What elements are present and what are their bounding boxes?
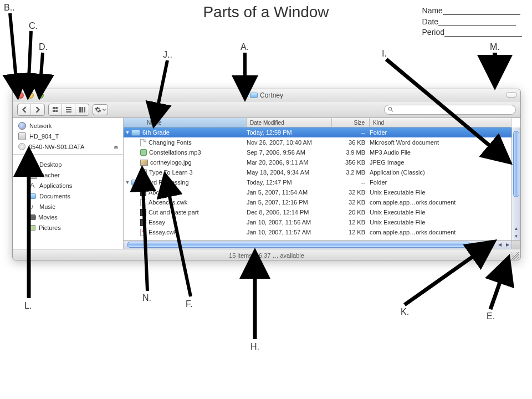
scroll-right-arrow[interactable]: ▶ (504, 241, 511, 249)
callout-K: K. (401, 307, 409, 317)
file-name: Abcences (149, 189, 175, 196)
file-size: 356 KB (332, 159, 370, 166)
horizontal-scrollbar[interactable]: ◀ ▶ (124, 240, 511, 249)
sidebar-item-applications[interactable]: AApplications (13, 180, 123, 191)
table-row[interactable]: Essay.cwkJan 10, 2007, 11:57 AM12 KBcom.… (124, 227, 511, 237)
img-icon (140, 160, 148, 166)
movie-icon (28, 214, 35, 220)
scroll-down-arrow[interactable]: ▼ (512, 232, 520, 240)
col-date-header[interactable]: Date Modified (247, 118, 332, 127)
v-scroll-thumb[interactable] (513, 131, 519, 197)
home-icon (28, 171, 36, 179)
search-field[interactable] (384, 105, 516, 115)
exec-icon (140, 189, 146, 196)
sidebar-item-pictures[interactable]: Pictures (13, 222, 123, 233)
callout-B: B.. (4, 3, 15, 13)
forward-button[interactable] (31, 104, 44, 115)
svg-line-4 (40, 53, 43, 90)
icon-view-button[interactable] (49, 104, 62, 115)
eject-icon[interactable]: ⏏ (114, 144, 119, 150)
table-row[interactable]: Constellations.mp3Sep 7, 2006, 9:56 AM3.… (124, 147, 511, 157)
callout-J: J.. (163, 50, 172, 60)
search-input[interactable] (396, 106, 515, 114)
column-view-button[interactable] (75, 104, 89, 115)
sidebar-item-hd-904-t[interactable]: HD_904_T (13, 131, 123, 141)
table-row[interactable]: Changing FontsNov 26, 2007, 10:40 AM36 K… (124, 137, 511, 147)
disk-icon (18, 132, 26, 140)
nav-buttons (17, 104, 45, 116)
file-size: -- (332, 179, 370, 186)
apps-icon: A (28, 182, 36, 190)
sidebar-item-documents[interactable]: Documents (13, 191, 123, 201)
file-date: Today, 12:59 PM (247, 129, 332, 136)
file-date: Nov 26, 2007, 10:40 AM (247, 139, 332, 146)
callout-A: A. (241, 42, 249, 52)
search-icon (388, 106, 393, 112)
file-kind: com.apple.app…orks.document (370, 199, 511, 206)
worksheet-header: Name Date Period (422, 6, 522, 38)
file-kind: Application (Classic) (370, 169, 511, 176)
sidebar-item-network[interactable]: Network (13, 120, 123, 131)
cwk-icon (140, 229, 146, 236)
sidebar-item-teacher[interactable]: teacher (13, 170, 123, 180)
file-name: Abcences.cwk (149, 199, 187, 206)
table-row[interactable]: cortneylogo.jpgMar 20, 2006, 9:11 AM356 … (124, 157, 511, 167)
date-label: Date (422, 17, 439, 26)
table-row[interactable]: Cut and paste partDec 8, 2006, 12:14 PM2… (124, 207, 511, 217)
callout-F: F. (186, 299, 192, 309)
col-size-header[interactable]: Size (332, 118, 370, 127)
sidebar-item-desktop[interactable]: Desktop (13, 159, 123, 170)
back-button[interactable] (18, 104, 31, 115)
table-row[interactable]: Abcences.cwkJan 5, 2007, 12:16 PM32 KBco… (124, 197, 511, 207)
pic-icon (28, 225, 35, 231)
file-date: May 18, 2004, 9:34 AM (247, 169, 332, 176)
sidebar-item-music[interactable]: ♪Music (13, 201, 123, 212)
sidebar-item-label: teacher (39, 172, 60, 178)
titlebar[interactable]: Cortney (13, 89, 520, 101)
file-date: Mar 20, 2006, 9:11 AM (247, 159, 332, 166)
list-view-button[interactable] (62, 104, 75, 115)
folder-icon (28, 162, 36, 167)
table-row[interactable]: EssayJan 10, 2007, 11:56 AM12 KBUnix Exe… (124, 217, 511, 227)
file-name: cortneylogo.jpg (150, 159, 192, 166)
vertical-scrollbar[interactable]: ▲ ▼ (511, 127, 520, 240)
sidebar-item-movies[interactable]: Movies (13, 212, 123, 222)
file-size: 36 KB (332, 139, 370, 146)
period-label: Period (422, 28, 444, 37)
file-date: Sep 7, 2006, 9:56 AM (247, 149, 332, 156)
exec-icon (140, 219, 146, 226)
scroll-left-arrow[interactable]: ◀ (496, 241, 504, 249)
disclosure-triangle[interactable]: ▼ (124, 130, 131, 135)
file-date: Jan 5, 2007, 12:16 PM (247, 199, 332, 206)
action-menu-button[interactable] (93, 104, 108, 115)
h-scroll-thumb[interactable] (127, 242, 470, 248)
view-buttons (48, 104, 89, 116)
table-row[interactable]: ▼Word ProcessingToday, 12:47 PM--Folder (124, 177, 511, 187)
sidebar-item-label: HD_904_T (29, 133, 59, 140)
disclosure-triangle[interactable]: ▼ (124, 180, 131, 185)
scroll-up-arrow[interactable]: ▲ (512, 224, 520, 232)
window-title: Cortney (13, 91, 520, 99)
sidebar-item-0540-nw-s01-data[interactable]: 0540-NW-S01.DATA⏏ (13, 141, 123, 152)
file-kind: Unix Executable File (370, 189, 511, 196)
table-row[interactable]: ▼6th GradeToday, 12:59 PM--Folder (124, 127, 511, 137)
file-kind: Folder (370, 129, 511, 136)
sidebar-item-label: Music (39, 203, 55, 210)
svg-line-2 (10, 13, 17, 90)
sidebar-item-label: Applications (39, 182, 72, 189)
toolbar-pill-button[interactable] (506, 92, 517, 98)
folder-icon (28, 193, 36, 199)
file-kind: Unix Executable File (370, 209, 511, 216)
col-kind-header[interactable]: Kind (370, 118, 511, 127)
resize-handle[interactable] (511, 252, 519, 260)
callout-N: N. (142, 293, 151, 303)
file-kind: com.apple.app…orks.document (370, 229, 511, 236)
mp3-icon (140, 149, 147, 156)
callout-I: I. (382, 49, 387, 59)
file-name: Essay.cwk (149, 229, 177, 236)
sidebar: NetworkHD_904_T0540-NW-S01.DATA⏏ Desktop… (13, 118, 124, 249)
col-name-header[interactable]: Name (124, 118, 247, 127)
table-row[interactable]: Type To Learn 3May 18, 2004, 9:34 AM3.2 … (124, 167, 511, 177)
table-row[interactable]: AbcencesJan 5, 2007, 11:54 AM32 KBUnix E… (124, 187, 511, 197)
file-list-pane: Name Date Modified Size Kind ▼6th GradeT… (124, 118, 520, 249)
